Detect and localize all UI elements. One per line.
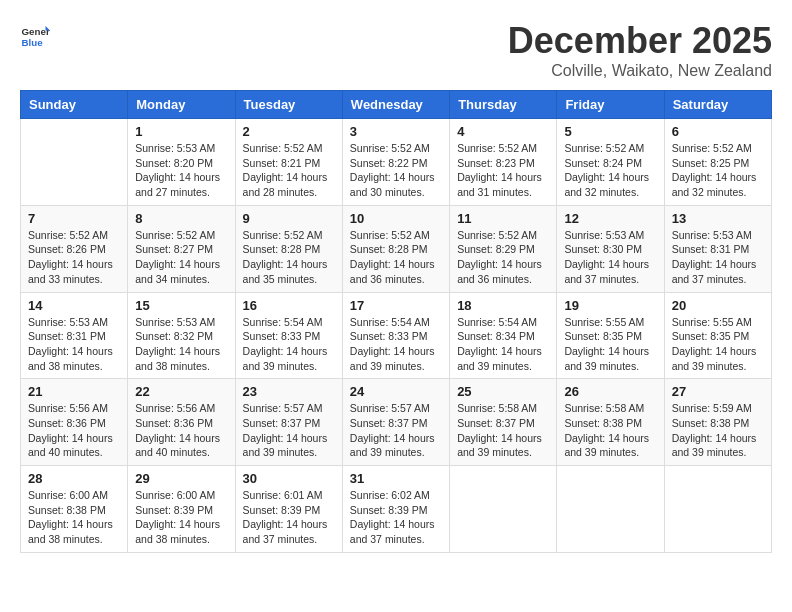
day-cell: 26Sunrise: 5:58 AM Sunset: 8:38 PM Dayli… — [557, 379, 664, 466]
day-cell: 6Sunrise: 5:52 AM Sunset: 8:25 PM Daylig… — [664, 119, 771, 206]
day-cell: 17Sunrise: 5:54 AM Sunset: 8:33 PM Dayli… — [342, 292, 449, 379]
week-row-2: 7Sunrise: 5:52 AM Sunset: 8:26 PM Daylig… — [21, 205, 772, 292]
day-cell: 13Sunrise: 5:53 AM Sunset: 8:31 PM Dayli… — [664, 205, 771, 292]
day-info: Sunrise: 5:53 AM Sunset: 8:32 PM Dayligh… — [135, 315, 227, 374]
day-cell: 10Sunrise: 5:52 AM Sunset: 8:28 PM Dayli… — [342, 205, 449, 292]
week-row-3: 14Sunrise: 5:53 AM Sunset: 8:31 PM Dayli… — [21, 292, 772, 379]
day-number: 27 — [672, 384, 764, 399]
weekday-header-friday: Friday — [557, 91, 664, 119]
day-number: 26 — [564, 384, 656, 399]
day-number: 11 — [457, 211, 549, 226]
day-number: 23 — [243, 384, 335, 399]
day-info: Sunrise: 5:52 AM Sunset: 8:29 PM Dayligh… — [457, 228, 549, 287]
day-info: Sunrise: 5:52 AM Sunset: 8:26 PM Dayligh… — [28, 228, 120, 287]
day-info: Sunrise: 5:53 AM Sunset: 8:31 PM Dayligh… — [672, 228, 764, 287]
weekday-header-sunday: Sunday — [21, 91, 128, 119]
day-number: 30 — [243, 471, 335, 486]
day-info: Sunrise: 5:55 AM Sunset: 8:35 PM Dayligh… — [672, 315, 764, 374]
day-cell: 18Sunrise: 5:54 AM Sunset: 8:34 PM Dayli… — [450, 292, 557, 379]
day-info: Sunrise: 5:59 AM Sunset: 8:38 PM Dayligh… — [672, 401, 764, 460]
day-info: Sunrise: 5:54 AM Sunset: 8:33 PM Dayligh… — [243, 315, 335, 374]
logo-icon: General Blue — [20, 20, 50, 50]
day-cell: 8Sunrise: 5:52 AM Sunset: 8:27 PM Daylig… — [128, 205, 235, 292]
day-number: 20 — [672, 298, 764, 313]
day-cell: 24Sunrise: 5:57 AM Sunset: 8:37 PM Dayli… — [342, 379, 449, 466]
location-subtitle: Colville, Waikato, New Zealand — [508, 62, 772, 80]
day-number: 2 — [243, 124, 335, 139]
day-cell: 23Sunrise: 5:57 AM Sunset: 8:37 PM Dayli… — [235, 379, 342, 466]
day-cell: 5Sunrise: 5:52 AM Sunset: 8:24 PM Daylig… — [557, 119, 664, 206]
day-number: 6 — [672, 124, 764, 139]
day-info: Sunrise: 6:02 AM Sunset: 8:39 PM Dayligh… — [350, 488, 442, 547]
calendar: SundayMondayTuesdayWednesdayThursdayFrid… — [20, 90, 772, 553]
day-info: Sunrise: 5:58 AM Sunset: 8:37 PM Dayligh… — [457, 401, 549, 460]
header: General Blue December 2025 Colville, Wai… — [20, 20, 772, 80]
day-info: Sunrise: 5:56 AM Sunset: 8:36 PM Dayligh… — [135, 401, 227, 460]
day-number: 28 — [28, 471, 120, 486]
day-number: 24 — [350, 384, 442, 399]
day-info: Sunrise: 5:56 AM Sunset: 8:36 PM Dayligh… — [28, 401, 120, 460]
day-info: Sunrise: 5:53 AM Sunset: 8:30 PM Dayligh… — [564, 228, 656, 287]
day-info: Sunrise: 5:52 AM Sunset: 8:25 PM Dayligh… — [672, 141, 764, 200]
day-info: Sunrise: 5:55 AM Sunset: 8:35 PM Dayligh… — [564, 315, 656, 374]
day-number: 19 — [564, 298, 656, 313]
day-cell: 25Sunrise: 5:58 AM Sunset: 8:37 PM Dayli… — [450, 379, 557, 466]
day-info: Sunrise: 5:53 AM Sunset: 8:20 PM Dayligh… — [135, 141, 227, 200]
day-cell: 12Sunrise: 5:53 AM Sunset: 8:30 PM Dayli… — [557, 205, 664, 292]
day-info: Sunrise: 5:54 AM Sunset: 8:33 PM Dayligh… — [350, 315, 442, 374]
day-info: Sunrise: 6:01 AM Sunset: 8:39 PM Dayligh… — [243, 488, 335, 547]
day-cell: 7Sunrise: 5:52 AM Sunset: 8:26 PM Daylig… — [21, 205, 128, 292]
day-cell: 4Sunrise: 5:52 AM Sunset: 8:23 PM Daylig… — [450, 119, 557, 206]
day-number: 15 — [135, 298, 227, 313]
week-row-1: 1Sunrise: 5:53 AM Sunset: 8:20 PM Daylig… — [21, 119, 772, 206]
day-number: 13 — [672, 211, 764, 226]
day-info: Sunrise: 5:57 AM Sunset: 8:37 PM Dayligh… — [243, 401, 335, 460]
day-cell: 21Sunrise: 5:56 AM Sunset: 8:36 PM Dayli… — [21, 379, 128, 466]
day-cell: 14Sunrise: 5:53 AM Sunset: 8:31 PM Dayli… — [21, 292, 128, 379]
weekday-header-wednesday: Wednesday — [342, 91, 449, 119]
day-number: 12 — [564, 211, 656, 226]
day-number: 8 — [135, 211, 227, 226]
day-info: Sunrise: 5:52 AM Sunset: 8:22 PM Dayligh… — [350, 141, 442, 200]
day-info: Sunrise: 5:53 AM Sunset: 8:31 PM Dayligh… — [28, 315, 120, 374]
day-cell — [664, 466, 771, 553]
title-area: December 2025 Colville, Waikato, New Zea… — [508, 20, 772, 80]
weekday-header-monday: Monday — [128, 91, 235, 119]
day-info: Sunrise: 5:52 AM Sunset: 8:28 PM Dayligh… — [350, 228, 442, 287]
day-number: 7 — [28, 211, 120, 226]
day-number: 5 — [564, 124, 656, 139]
weekday-header-thursday: Thursday — [450, 91, 557, 119]
day-cell: 2Sunrise: 5:52 AM Sunset: 8:21 PM Daylig… — [235, 119, 342, 206]
weekday-header-tuesday: Tuesday — [235, 91, 342, 119]
day-info: Sunrise: 5:54 AM Sunset: 8:34 PM Dayligh… — [457, 315, 549, 374]
week-row-5: 28Sunrise: 6:00 AM Sunset: 8:38 PM Dayli… — [21, 466, 772, 553]
day-number: 1 — [135, 124, 227, 139]
month-title: December 2025 — [508, 20, 772, 62]
weekday-header-saturday: Saturday — [664, 91, 771, 119]
day-cell: 19Sunrise: 5:55 AM Sunset: 8:35 PM Dayli… — [557, 292, 664, 379]
day-cell: 15Sunrise: 5:53 AM Sunset: 8:32 PM Dayli… — [128, 292, 235, 379]
day-info: Sunrise: 5:57 AM Sunset: 8:37 PM Dayligh… — [350, 401, 442, 460]
day-info: Sunrise: 5:52 AM Sunset: 8:27 PM Dayligh… — [135, 228, 227, 287]
logo: General Blue — [20, 20, 50, 50]
day-number: 4 — [457, 124, 549, 139]
day-info: Sunrise: 5:52 AM Sunset: 8:23 PM Dayligh… — [457, 141, 549, 200]
week-row-4: 21Sunrise: 5:56 AM Sunset: 8:36 PM Dayli… — [21, 379, 772, 466]
day-number: 29 — [135, 471, 227, 486]
day-cell: 28Sunrise: 6:00 AM Sunset: 8:38 PM Dayli… — [21, 466, 128, 553]
day-number: 31 — [350, 471, 442, 486]
day-cell: 20Sunrise: 5:55 AM Sunset: 8:35 PM Dayli… — [664, 292, 771, 379]
day-info: Sunrise: 5:52 AM Sunset: 8:24 PM Dayligh… — [564, 141, 656, 200]
svg-text:Blue: Blue — [22, 37, 44, 48]
day-cell: 1Sunrise: 5:53 AM Sunset: 8:20 PM Daylig… — [128, 119, 235, 206]
day-cell — [557, 466, 664, 553]
day-cell: 9Sunrise: 5:52 AM Sunset: 8:28 PM Daylig… — [235, 205, 342, 292]
day-number: 25 — [457, 384, 549, 399]
day-number: 10 — [350, 211, 442, 226]
day-cell: 3Sunrise: 5:52 AM Sunset: 8:22 PM Daylig… — [342, 119, 449, 206]
day-info: Sunrise: 5:52 AM Sunset: 8:28 PM Dayligh… — [243, 228, 335, 287]
day-cell: 29Sunrise: 6:00 AM Sunset: 8:39 PM Dayli… — [128, 466, 235, 553]
day-cell: 22Sunrise: 5:56 AM Sunset: 8:36 PM Dayli… — [128, 379, 235, 466]
day-number: 18 — [457, 298, 549, 313]
day-info: Sunrise: 5:58 AM Sunset: 8:38 PM Dayligh… — [564, 401, 656, 460]
